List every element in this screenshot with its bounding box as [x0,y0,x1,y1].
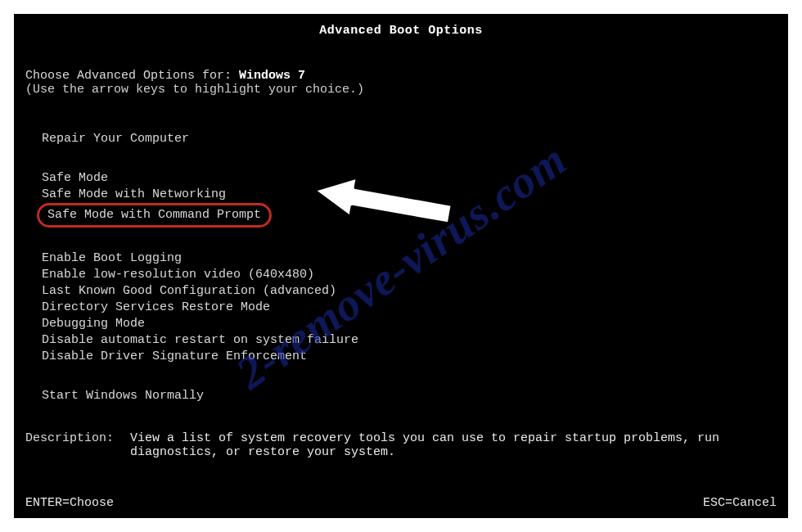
menu-item-enable-boot-logging[interactable]: Enable Boot Logging [40,250,788,267]
page-title: Advanced Boot Options [14,14,788,38]
menu-item-disable-driver-sig[interactable]: Disable Driver Signature Enforcement [40,349,788,365]
footer-esc: ESC=Cancel [703,496,777,510]
menu-item-safe-mode[interactable]: Safe Mode [40,170,788,187]
menu-item-ds-restore-mode[interactable]: Directory Services Restore Mode [40,300,788,316]
boot-screen: Advanced Boot Options Choose Advanced Op… [14,14,788,518]
menu-item-safe-mode-command-prompt-label: Safe Mode with Command Prompt [47,208,261,222]
menu-item-repair-your-computer[interactable]: Repair Your Computer [40,131,788,147]
choose-prefix: Choose Advanced Options for: [25,69,239,83]
highlight-circle: Safe Mode with Command Prompt [37,203,272,228]
menu-item-start-normally[interactable]: Start Windows Normally [40,388,788,404]
description-text: View a list of system recovery tools you… [130,431,777,459]
group-safe-mode: Safe Mode Safe Mode with Networking Safe… [40,170,788,228]
group-repair: Repair Your Computer [40,131,788,147]
choose-line: Choose Advanced Options for: Windows 7 [25,69,788,83]
footer-bar: ENTER=Choose ESC=Cancel [25,496,777,510]
menu-item-safe-mode-networking[interactable]: Safe Mode with Networking [40,187,788,203]
menu-item-debugging-mode[interactable]: Debugging Mode [40,316,788,332]
os-name: Windows 7 [239,69,305,83]
description-label: Description: [25,431,130,459]
group-normal: Start Windows Normally [40,388,788,404]
group-advanced: Enable Boot Logging Enable low-resolutio… [40,250,788,365]
key-hint: (Use the arrow keys to highlight your ch… [25,83,788,97]
menu-item-safe-mode-command-prompt-row[interactable]: Safe Mode with Command Prompt [40,203,788,228]
description-row: Description: View a list of system recov… [25,431,777,459]
menu-item-disable-auto-restart[interactable]: Disable automatic restart on system fail… [40,332,788,349]
menu-item-last-known-good[interactable]: Last Known Good Configuration (advanced) [40,283,788,300]
footer-enter: ENTER=Choose [25,496,114,510]
menu-item-low-res-video[interactable]: Enable low-resolution video (640x480) [40,267,788,283]
